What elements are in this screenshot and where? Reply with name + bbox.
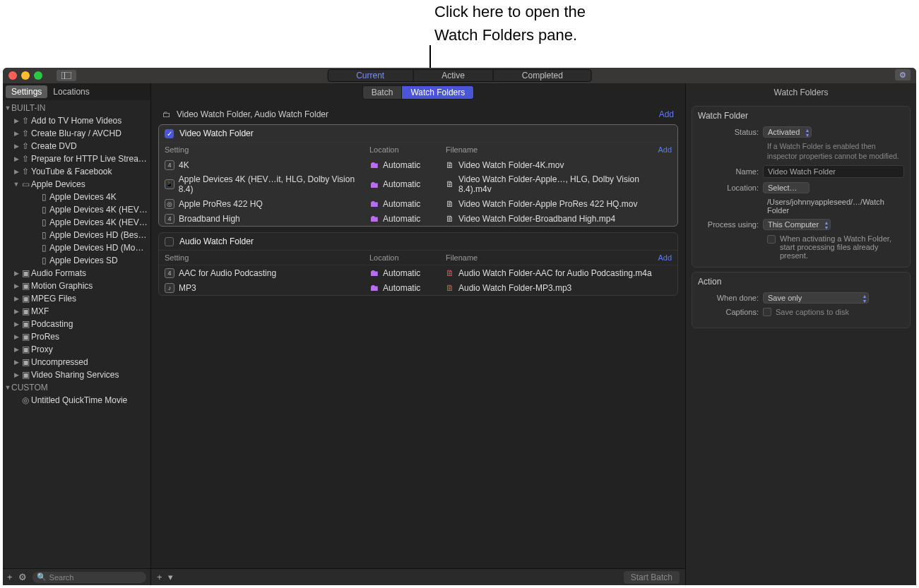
add-link[interactable]: Add bbox=[658, 253, 672, 262]
tree-item[interactable]: ▶⇧Add to TV Home Videos bbox=[3, 114, 150, 127]
view-tab-current[interactable]: Current bbox=[328, 70, 413, 81]
col-location: Location bbox=[369, 145, 446, 154]
setting-row[interactable]: ♪MP3🖿Automatic🗎Audio Watch Folder-MP3.mp… bbox=[159, 280, 677, 295]
tree-item[interactable]: ▶▣ProRes bbox=[3, 330, 150, 343]
add-job-button[interactable]: + bbox=[157, 572, 162, 582]
setting-name: MP3 bbox=[179, 283, 196, 293]
share-icon: ⇧ bbox=[20, 116, 31, 126]
gear-icon[interactable]: ⚙︎ bbox=[18, 572, 27, 582]
custom-section-header[interactable]: ▼CUSTOM bbox=[3, 381, 150, 394]
builtin-section-header[interactable]: ▼BUILT-IN bbox=[3, 102, 150, 114]
tree-item[interactable]: ▶▣Video Sharing Services bbox=[3, 368, 150, 381]
start-batch-button[interactable]: Start Batch bbox=[624, 571, 680, 584]
setting-name: Broadband High bbox=[179, 214, 240, 224]
zoom-icon[interactable] bbox=[34, 71, 42, 80]
name-field[interactable]: Video Watch Folder bbox=[763, 165, 904, 178]
watch-folder-group[interactable]: ✓Video Watch FolderSettingLocationFilena… bbox=[158, 124, 678, 227]
setting-row[interactable]: ◎Apple ProRes 422 HQ🖿Automatic🗎Video Wat… bbox=[159, 196, 677, 211]
folder-icon: ▣ bbox=[20, 357, 31, 367]
filename: Video Watch Folder-4K.mov bbox=[458, 160, 564, 170]
center-tab-batch[interactable]: Batch bbox=[362, 85, 403, 100]
checkbox-icon[interactable] bbox=[165, 237, 174, 246]
tree-item[interactable]: ▼▭Apple Devices bbox=[3, 178, 150, 191]
group-name: Audio Watch Folder bbox=[179, 236, 254, 246]
tree-child-item[interactable]: ▯Apple Devices 4K (HEVC… bbox=[3, 216, 150, 229]
search-icon: 🔍 bbox=[37, 572, 47, 582]
add-link[interactable]: Add bbox=[658, 145, 672, 154]
folder-icon: ▣ bbox=[20, 268, 31, 278]
device-icon: ▯ bbox=[38, 230, 49, 240]
preset-icon: 4 bbox=[165, 160, 174, 170]
setting-row[interactable]: 📱Apple Devices 4K (HEV…it, HLG, Dolby Vi… bbox=[159, 172, 677, 196]
folder-icon: ▣ bbox=[20, 281, 31, 291]
filename: Audio Watch Folder-AAC for Audio Podcast… bbox=[458, 268, 652, 278]
watch-folder-group[interactable]: Audio Watch FolderSettingLocationFilenam… bbox=[158, 232, 678, 296]
tree-item[interactable]: ▶⇧Prepare for HTTP Live Strea… bbox=[3, 152, 150, 165]
annotation-callout: Click here to open the Watch Folders pan… bbox=[434, 0, 717, 47]
tree-child-item[interactable]: ▯Apple Devices SD bbox=[3, 254, 150, 267]
location-value: Automatic bbox=[383, 179, 420, 189]
tree-item[interactable]: ▶⇧Create DVD bbox=[3, 140, 150, 152]
search-input[interactable]: 🔍 Search bbox=[32, 572, 146, 583]
device-icon: ▯ bbox=[38, 256, 49, 265]
minimize-icon[interactable] bbox=[21, 71, 30, 80]
tree-child-item[interactable]: ▯Apple Devices HD (Best… bbox=[3, 229, 150, 241]
inspector-title: Watch Folders bbox=[686, 83, 916, 102]
chevron-down-icon[interactable]: ▾ bbox=[168, 572, 173, 582]
sidebar-tab-settings[interactable]: Settings bbox=[6, 85, 47, 98]
disclosure-icon: ▶ bbox=[13, 143, 20, 150]
folder-icon: ▣ bbox=[20, 319, 31, 329]
checkbox-icon[interactable] bbox=[767, 235, 776, 244]
disclosure-icon: ▶ bbox=[13, 333, 20, 340]
view-tab-active[interactable]: Active bbox=[413, 70, 494, 81]
tree-item-label: Apple Devices bbox=[31, 179, 148, 189]
tree-item[interactable]: ▶▣Motion Graphics bbox=[3, 280, 150, 292]
add-button[interactable]: + bbox=[7, 572, 13, 582]
setting-row[interactable]: 4AAC for Audio Podcasting🖿Automatic🗎Audi… bbox=[159, 265, 677, 280]
checkbox-icon[interactable] bbox=[763, 308, 771, 316]
left-footer: + ⚙︎ 🔍 Search bbox=[3, 568, 150, 585]
group-name: Video Watch Folder bbox=[179, 128, 254, 138]
close-icon[interactable] bbox=[8, 71, 17, 80]
process-select[interactable]: This Computer ▴▾ bbox=[763, 219, 831, 230]
tree-item-label: Add to TV Home Videos bbox=[31, 116, 148, 126]
setting-name: 4K bbox=[179, 160, 189, 170]
filename: Video Watch Folder-Apple ProRes 422 HQ.m… bbox=[458, 199, 637, 209]
tree-item[interactable]: ▶▣MXF bbox=[3, 305, 150, 318]
status-select[interactable]: Activated ▴▾ bbox=[763, 126, 812, 138]
preset-icon: 📱 bbox=[165, 179, 174, 189]
tree-item-label: Apple Devices 4K (HEVC… bbox=[49, 217, 148, 227]
tree-item[interactable]: ▶▣Audio Formats bbox=[3, 267, 150, 280]
tree-item[interactable]: ▶▣Uncompressed bbox=[3, 356, 150, 368]
tree-child-item[interactable]: ▯Apple Devices HD (Most… bbox=[3, 241, 150, 254]
share-icon: ⇧ bbox=[20, 167, 31, 176]
tree-child-item[interactable]: ▯Apple Devices 4K (HEVC… bbox=[3, 203, 150, 216]
add-link[interactable]: Add bbox=[659, 109, 674, 119]
tree-item-label: Video Sharing Services bbox=[31, 370, 148, 380]
device-icon: ▯ bbox=[38, 243, 49, 253]
tree-item[interactable]: ◎Untitled QuickTime Movie bbox=[3, 394, 150, 407]
view-tab-completed[interactable]: Completed bbox=[494, 70, 591, 81]
sidebar-tab-locations[interactable]: Locations bbox=[47, 85, 95, 98]
location-select[interactable]: Select… bbox=[763, 182, 810, 193]
tree-item[interactable]: ▶⇧YouTube & Facebook bbox=[3, 165, 150, 178]
setting-row[interactable]: 4Broadband High🖿Automatic🗎Video Watch Fo… bbox=[159, 211, 677, 226]
select-arrows-icon: ▴▾ bbox=[806, 128, 809, 138]
checkbox-icon[interactable]: ✓ bbox=[165, 129, 174, 138]
when-done-select[interactable]: Save only ▴▾ bbox=[763, 292, 869, 304]
inspector-toggle-button[interactable]: ⚙ bbox=[895, 69, 911, 80]
setting-row[interactable]: 44K🖿Automatic🗎Video Watch Folder-4K.mov bbox=[159, 157, 677, 172]
setting-name: Apple Devices 4K (HEV…it, HLG, Dolby Vis… bbox=[179, 174, 369, 194]
folder-icon: 🖿 bbox=[369, 268, 379, 278]
tree-item[interactable]: ▶▣MPEG Files bbox=[3, 292, 150, 305]
preset-icon: ♪ bbox=[165, 283, 174, 293]
center-tab-watch-folders[interactable]: Watch Folders bbox=[402, 85, 474, 100]
tree-item-label: Audio Formats bbox=[31, 268, 148, 278]
process-checkbox-row[interactable]: When activating a Watch Folder, start pr… bbox=[767, 234, 904, 260]
tree-item[interactable]: ▶⇧Create Blu-ray / AVCHD bbox=[3, 127, 150, 140]
tree-item-label: Motion Graphics bbox=[31, 281, 148, 291]
tree-item[interactable]: ▶▣Proxy bbox=[3, 343, 150, 356]
tree-item[interactable]: ▶▣Podcasting bbox=[3, 318, 150, 330]
sidebar-toggle-button[interactable] bbox=[57, 70, 76, 81]
tree-child-item[interactable]: ▯Apple Devices 4K bbox=[3, 191, 150, 203]
